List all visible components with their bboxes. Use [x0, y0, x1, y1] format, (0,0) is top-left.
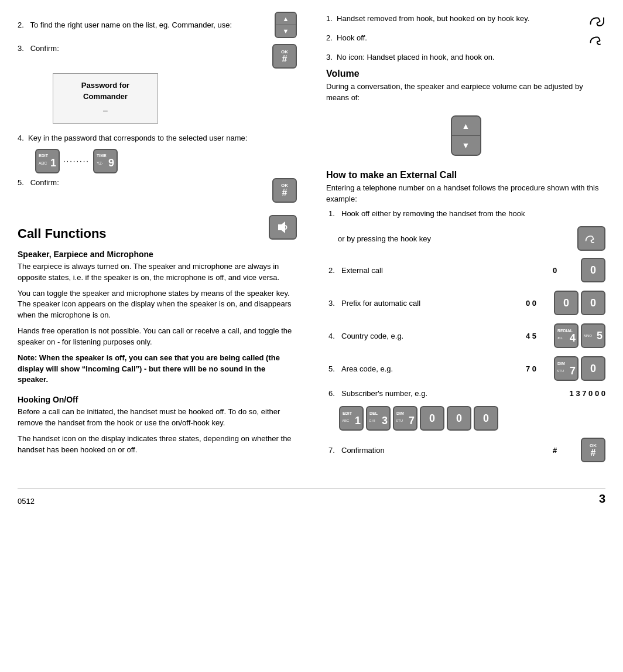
hooking-para1: Before a call can be initiated, the hand…: [18, 407, 297, 429]
right-column: 1. Handset removed from hook, but hooked…: [320, 12, 605, 470]
speaker-key[interactable]: [269, 215, 297, 240]
step2-row: 2. To find the right user name on the li…: [18, 12, 297, 38]
zero-key-step2[interactable]: 0: [581, 258, 605, 282]
step3-row: 3. Confirm: OK # Password for Commander …: [18, 44, 297, 128]
volume-up[interactable]: ▲: [452, 117, 480, 136]
ext-step1: 1. Hook off either by removing the hands…: [326, 209, 605, 218]
ext-step1-or: or by pressing the hook key: [338, 226, 605, 251]
dots-separator: ········: [63, 156, 90, 165]
ext-step3: 3. Prefix for automatic call 0 0 0 0: [326, 291, 605, 315]
zero-key-step3b[interactable]: 0: [581, 291, 605, 315]
del-key-step6[interactable]: DEL GHI 3: [366, 406, 391, 431]
zero-key-step6c[interactable]: 0: [474, 406, 498, 431]
external-call-title: How to make an External Call: [326, 170, 605, 180]
ext-step5: 5. Area code, e.g. 7 0 DIM STU 7 0: [326, 356, 605, 381]
hooking-title: Hooking On/Off: [18, 395, 297, 404]
ext-step7-icons: OK #: [581, 438, 605, 462]
speaker-para1: The earpiece is always turned on. The sp…: [18, 261, 297, 284]
ext-step3-icons: 0 0: [554, 291, 605, 315]
hooking-section: Hooking On/Off Before a call can be init…: [18, 395, 297, 455]
hook-state-list: 1. Handset removed from hook, but hooked…: [326, 14, 605, 62]
zero-key-step6b[interactable]: 0: [447, 406, 471, 431]
external-call-intro: Entering a telephone number on a handset…: [326, 183, 605, 205]
hook-item2-text: 2. Hook off.: [326, 33, 582, 42]
ext-step6-keys: EDIT ABC 1 DEL GHI 3 DIM STU: [339, 406, 605, 431]
password-title-line2: Commander: [65, 92, 146, 101]
external-call-section: How to make an External Call Entering a …: [326, 170, 605, 463]
key-sequence-step4: EDIT ABC 1 ········ TIME YZ- 9: [35, 149, 297, 173]
zero-key-step6a[interactable]: 0: [420, 406, 444, 431]
volume-down[interactable]: ▼: [452, 136, 480, 155]
svg-marker-0: [279, 223, 285, 232]
page-number: 3: [599, 492, 605, 506]
redial-key[interactable]: REDIAL JKL 4: [554, 323, 578, 348]
up-down-button-step2[interactable]: ▲ ▼: [275, 12, 297, 38]
ext-step6: 6. Subscriber's number, e.g. 1 3 7 0 0 0: [326, 389, 605, 398]
ok-hash-confirm-step5[interactable]: OK #: [272, 178, 297, 203]
hook-icon-2: [588, 33, 605, 48]
volume-section: Volume During a conversation, the speake…: [326, 69, 605, 162]
zero-key-step3a[interactable]: 0: [554, 291, 578, 315]
ext-step5-icons: DIM STU 7 0: [554, 356, 605, 381]
step3-text: 3. Confirm:: [18, 44, 59, 53]
time-key[interactable]: TIME YZ- 9: [93, 149, 118, 173]
ext-step7: 7. Confirmation # OK #: [326, 438, 605, 462]
password-title-line1: Password for: [65, 81, 146, 90]
call-functions-section: Call Functions Speaker, Earpiece and Mic…: [18, 212, 297, 386]
footer-code: 0512: [18, 497, 35, 506]
password-underscore: –: [65, 105, 146, 115]
ext-step4-icons: REDIAL JKL 4 MNO 5: [554, 323, 605, 348]
dim-key-step5[interactable]: DIM STU 7: [554, 356, 578, 381]
step5-row: 5. Confirm: OK #: [18, 178, 297, 203]
down-arrow[interactable]: ▼: [276, 25, 296, 37]
ok-hash-step7[interactable]: OK #: [581, 438, 605, 462]
step2-num: 2.: [18, 21, 24, 29]
hook-off-key[interactable]: [577, 226, 605, 251]
hook-icon-1: [588, 14, 605, 29]
ext-step2: 2. External call 0 0: [326, 258, 605, 282]
edit-key-step6[interactable]: EDIT ABC 1: [339, 406, 364, 431]
left-column: 2. To find the right user name on the li…: [18, 12, 303, 470]
step4-row: 4. Key in the password that corresponds …: [18, 133, 297, 173]
hook-item1-text: 1. Handset removed from hook, but hooked…: [326, 14, 582, 23]
volume-control[interactable]: ▲ ▼: [451, 115, 481, 156]
zero-key-step5[interactable]: 0: [581, 356, 605, 381]
volume-para: During a conversation, the speaker and e…: [326, 81, 605, 104]
mno-key[interactable]: MNO 5: [581, 323, 605, 348]
speaker-section-title: Speaker, Earpiece and Microphone: [18, 250, 297, 259]
ext-step4: 4. Country code, e.g. 4 5 REDIAL JKL 4: [326, 323, 605, 348]
page-footer: 0512 3: [18, 488, 605, 506]
speaker-para2: You can toggle the speaker and microphon…: [18, 288, 297, 322]
password-dialog: Password for Commander –: [53, 73, 158, 124]
ok-hash-confirm-step3[interactable]: OK #: [272, 44, 297, 69]
speaker-note: Note: When the speaker is off, you can s…: [18, 353, 297, 386]
edit-key[interactable]: EDIT ABC 1: [35, 149, 60, 173]
speaker-para3: Hands free operation is not possible. Yo…: [18, 326, 297, 348]
ext-step2-icons: 0: [581, 258, 605, 282]
volume-title: Volume: [326, 69, 605, 79]
up-arrow[interactable]: ▲: [276, 13, 296, 25]
call-functions-title: Call Functions: [18, 226, 107, 241]
step2-text: 2. To find the right user name on the li…: [18, 21, 269, 29]
hooking-para2: The handset icon on the display indicate…: [18, 434, 297, 456]
volume-ud-button: ▲ ▼: [326, 110, 605, 162]
hook-item3-text: 3. No icon: Handset placed in hook, and …: [326, 53, 605, 62]
dim-key-step6[interactable]: DIM STU 7: [393, 406, 417, 431]
